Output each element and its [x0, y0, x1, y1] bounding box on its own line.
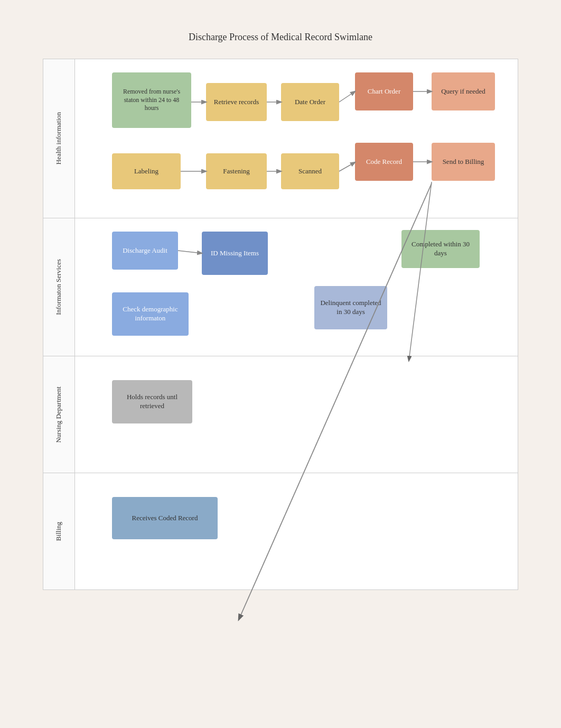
- box-delinquent: Delinquent completed in 30 days: [314, 286, 387, 329]
- box-check-demo: Check demographic informaton: [112, 292, 189, 336]
- box-holds-records: Holds records untl retrieved: [112, 380, 192, 423]
- lane-label-nursing: Nursing Department: [43, 356, 75, 473]
- swimlane-row-infoservices: Informaton Services Discharge Audit ID M…: [43, 218, 518, 356]
- box-chart-order: Chart Order: [355, 72, 413, 110]
- lane-content-nursing: Holds records untl retrieved: [75, 356, 518, 473]
- svg-line-6: [339, 162, 355, 171]
- page-container: Discharge Process of Medical Record Swim…: [43, 32, 518, 590]
- box-discharge-audit: Discharge Audit: [112, 232, 178, 270]
- lane-content-billing: Receives Coded Record: [75, 473, 518, 589]
- swimlane-row-billing: Billing Receives Coded Record: [43, 473, 518, 589]
- box-query: Query if needed: [432, 72, 495, 110]
- swimlane-row-nursing: Nursing Department Holds records untl re…: [43, 356, 518, 473]
- box-date-order: Date Order: [281, 83, 339, 121]
- lane-label-health-text: Health information: [54, 112, 63, 164]
- swimlane-diagram: Health information Removed from nurse's …: [43, 59, 518, 590]
- box-scanned: Scanned: [281, 153, 339, 189]
- swimlane-row-health: Health information Removed from nurse's …: [43, 59, 518, 218]
- lane-content-health: Removed from nurse's staton within 24 to…: [75, 59, 518, 218]
- box-send-billing: Send to Billing: [432, 143, 495, 181]
- lane-label-info-text: Informaton Services: [54, 259, 63, 315]
- svg-line-8: [178, 251, 202, 253]
- lane-label-billing: Billing: [43, 473, 75, 589]
- lane-label-billing-text: Billing: [54, 522, 63, 541]
- lane-label-health: Health information: [43, 59, 75, 218]
- box-removed: Removed from nurse's staton within 24 to…: [112, 72, 191, 128]
- box-receives-coded: Receives Coded Record: [112, 497, 218, 539]
- box-labeling: Labeling: [112, 153, 181, 189]
- box-completed-30: Completed within 30 days: [401, 230, 480, 268]
- box-id-missing: ID Missing Items: [202, 232, 268, 275]
- page-title: Discharge Process of Medical Record Swim…: [43, 32, 518, 43]
- lane-label-nursing-text: Nursing Department: [54, 386, 63, 443]
- box-fastening: Fastening: [206, 153, 267, 189]
- box-retrieve: Retrieve records: [206, 83, 267, 121]
- lane-content-info: Discharge Audit ID Missing Items Complet…: [75, 218, 518, 356]
- lane-label-info: Informaton Services: [43, 218, 75, 356]
- box-code-record: Code Record: [355, 143, 413, 181]
- svg-line-2: [339, 91, 355, 102]
